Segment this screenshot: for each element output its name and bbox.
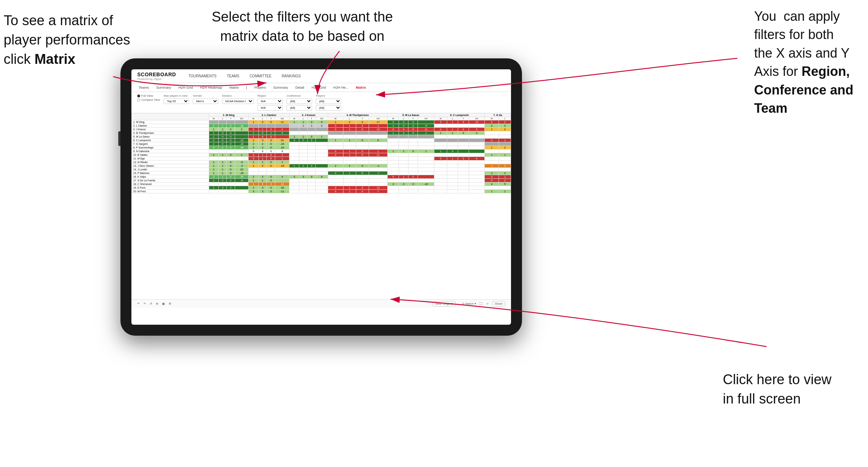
- cell-l-18-2: [299, 186, 308, 190]
- cell-dif-12-5: [469, 164, 484, 168]
- sub-w7: W: [485, 117, 499, 120]
- screen-btn[interactable]: ⛶: [480, 302, 483, 305]
- players-select[interactable]: (All): [316, 99, 341, 104]
- cell-l-11-5: [447, 161, 458, 164]
- cell-dif-3-1: 0: [275, 131, 289, 135]
- cell-l-2-1: 1: [258, 128, 267, 131]
- cell-dif-12-3: -1: [369, 164, 387, 168]
- watch-btn[interactable]: ⊙ Watch ▾: [462, 302, 476, 305]
- col-header-7: 7. G Sa: [485, 113, 511, 117]
- full-view-radio[interactable]: [137, 94, 140, 97]
- cell-dif-0-1: 11: [275, 120, 289, 124]
- cell-t-15-5: [458, 175, 469, 179]
- subnav-h2h-he[interactable]: H2H He...: [332, 85, 350, 90]
- cell-w-1-1: [249, 124, 258, 128]
- cell-l-19-3: 1: [343, 190, 356, 193]
- col-header-4: 4. M Thorbjornsen: [328, 113, 388, 117]
- compact-view-option[interactable]: Compact View: [137, 98, 160, 101]
- player-name-11: 12. M Riedel: [132, 161, 209, 164]
- conference-select[interactable]: (All): [287, 99, 312, 104]
- cell-w-3-3: [328, 131, 343, 135]
- cell-dif-4-1: [275, 135, 289, 139]
- cell-w-7-5: [434, 146, 447, 150]
- tablet-screen: SCOREBOARD Powered by clippd TOURNAMENTS…: [131, 69, 511, 325]
- gender-select[interactable]: Men's: [193, 99, 218, 104]
- subnav-players[interactable]: Players: [253, 85, 268, 90]
- full-view-option[interactable]: Full View: [137, 94, 160, 97]
- matrix-table: 1. W Ding 2. L Clanton 3. J Koivun 4. M …: [131, 113, 511, 193]
- players-select2[interactable]: (All): [316, 105, 341, 111]
- cell-w-4-3: [328, 135, 343, 139]
- cell-dif-12-0: -3: [235, 164, 249, 168]
- cell-t-2-4: 0: [408, 128, 418, 131]
- cell-l-15-3: [343, 175, 356, 179]
- cell-w-9-4: [388, 153, 399, 157]
- cell-dif-3-5: 0: [469, 131, 484, 135]
- subnav-matrix[interactable]: Matrix: [228, 85, 240, 90]
- cell-t-7-4: [408, 146, 418, 150]
- cell-dif-12-4: [418, 164, 434, 168]
- cell-dif-6-4: [418, 142, 434, 146]
- region-select[interactable]: N/A: [257, 99, 283, 104]
- subnav-summary2[interactable]: Summary: [272, 85, 289, 90]
- subnav-h2h-heatmap[interactable]: H2H Heatmap: [199, 85, 223, 90]
- subnav-summary[interactable]: Summary: [155, 85, 173, 90]
- cell-l-17-0: [219, 182, 227, 186]
- cell-w-4-6: [485, 135, 499, 139]
- subnav-teams[interactable]: Teams: [137, 85, 150, 90]
- conference-select2[interactable]: (All): [287, 105, 312, 111]
- undo-btn[interactable]: ↶: [137, 302, 140, 305]
- cell-l-19-0: [219, 190, 227, 193]
- cell-t-15-2: 0: [307, 175, 316, 179]
- compact-view-radio[interactable]: [137, 99, 140, 101]
- cell-dif-18-0: [235, 186, 249, 190]
- subnav-h2h-grid[interactable]: H2H Grid: [177, 85, 195, 90]
- cell-w-2-6: 1: [485, 128, 499, 131]
- fullscreen-btn[interactable]: ⤢: [486, 302, 489, 305]
- subnav-detail[interactable]: Detail: [294, 85, 306, 90]
- cell-l-0-6: 2: [499, 120, 511, 124]
- cell-l-7-5: [447, 146, 458, 150]
- cell-t-12-4: [408, 164, 418, 168]
- cell-t-4-5: [458, 135, 469, 139]
- cell-l-14-1: [258, 171, 267, 175]
- matrix-container[interactable]: 1. W Ding 2. L Clanton 3. J Koivun 4. M …: [131, 113, 511, 299]
- sub-t1: T: [227, 117, 235, 120]
- cell-w-13-0: 1: [209, 168, 219, 171]
- view-original-btn[interactable]: View: Original: [433, 301, 456, 306]
- redo-btn[interactable]: ↷: [143, 302, 146, 305]
- share-btn[interactable]: Share: [492, 301, 505, 306]
- nav-rankings[interactable]: RANKINGS: [280, 73, 302, 79]
- settings-btn[interactable]: ⚙: [169, 302, 171, 305]
- cell-dif-5-3: 6: [369, 139, 387, 142]
- sub-d1: Dif: [235, 117, 249, 120]
- cell-dif-15-0: -25: [235, 175, 249, 179]
- grid-btn[interactable]: ▦: [162, 302, 165, 305]
- subnav-matrix-active[interactable]: Matrix: [354, 85, 368, 90]
- cell-t-11-3: [356, 161, 369, 164]
- cell-w-17-1: 1: [249, 182, 258, 186]
- cell-w-17-6: 4: [485, 182, 499, 186]
- region-select2[interactable]: N/A: [257, 105, 283, 111]
- max-players-select[interactable]: Top 25: [164, 99, 189, 104]
- cell-t-15-4: 0: [408, 175, 418, 179]
- nav-teams[interactable]: TEAMS: [225, 73, 241, 79]
- nav-committee[interactable]: COMMITTEE: [248, 73, 273, 79]
- division-select[interactable]: NCAA Division I: [222, 99, 254, 104]
- cell-w-18-5: [434, 186, 447, 190]
- cell-l-7-2: [299, 146, 308, 150]
- cell-l-17-4: 2: [399, 182, 408, 186]
- cell-l-11-3: [343, 161, 356, 164]
- cell-dif-17-3: [369, 182, 387, 186]
- cell-dif-18-3: 13: [369, 186, 387, 190]
- cell-w-2-5: 0: [434, 128, 447, 131]
- player-name-19: 20. M Ford: [132, 190, 209, 193]
- cell-dif-4-4: [418, 135, 434, 139]
- cell-t-7-0: 0: [227, 146, 235, 150]
- subnav-h2h-grid2[interactable]: H2H Grid: [310, 85, 327, 90]
- logo-subtitle: Powered by clippd: [137, 77, 176, 81]
- zoom-btn[interactable]: ⊕: [156, 302, 158, 305]
- refresh-btn[interactable]: ↺: [150, 302, 152, 305]
- cell-w-14-4: [388, 171, 399, 175]
- nav-tournaments[interactable]: TOURNAMENTS: [187, 73, 218, 79]
